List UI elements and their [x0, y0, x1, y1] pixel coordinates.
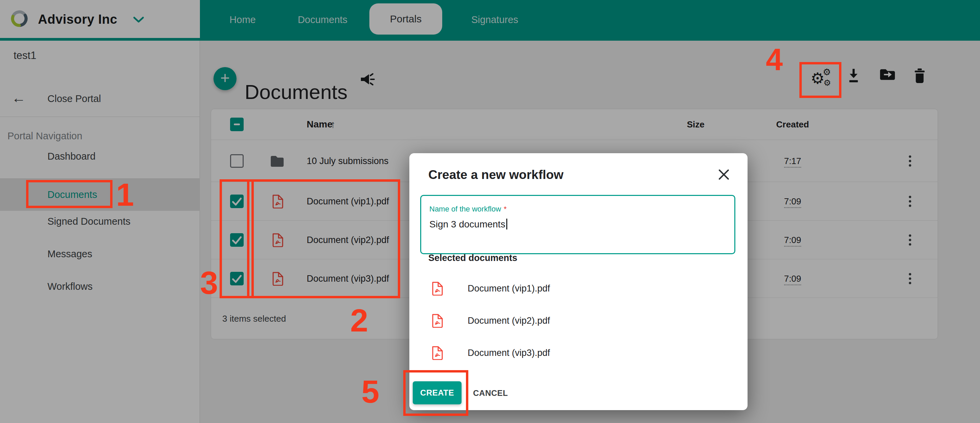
selected-document-item: Document (vip2).pdf — [428, 311, 699, 331]
pdf-file-icon — [432, 281, 443, 296]
selected-document-item: Document (vip3).pdf — [428, 343, 699, 363]
text-cursor — [506, 219, 507, 229]
selected-document-item: Document (vip1).pdf — [428, 278, 699, 298]
dialog-title: Create a new workflow — [428, 167, 563, 183]
workflow-name-input[interactable]: Name of the workflow* Sign 3 documents — [420, 195, 735, 254]
cancel-button[interactable]: CANCEL — [471, 381, 510, 404]
selected-documents-heading: Selected documents — [428, 253, 517, 263]
document-name: Document (vip2).pdf — [468, 311, 550, 331]
pdf-file-icon — [432, 346, 443, 360]
close-icon[interactable] — [716, 167, 732, 182]
document-name: Document (vip1).pdf — [468, 278, 550, 298]
input-label: Name of the workflow* — [430, 205, 507, 213]
create-workflow-dialog: Create a new workflow Name of the workfl… — [409, 153, 748, 410]
create-button[interactable]: CREATE — [413, 381, 461, 404]
document-name: Document (vip3).pdf — [468, 343, 550, 363]
app-root: Home Documents Portals Signatures Adviso… — [0, 0, 980, 423]
pdf-file-icon — [432, 313, 443, 328]
required-asterisk: * — [504, 205, 507, 213]
input-value: Sign 3 documents — [430, 218, 507, 231]
